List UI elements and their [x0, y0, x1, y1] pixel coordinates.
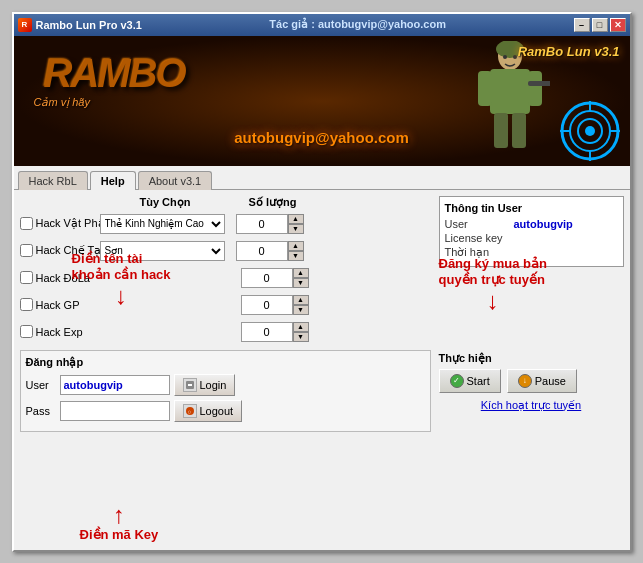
hack-row-exp: Hack Exp ▲ ▼	[20, 320, 431, 344]
login-pass-input[interactable]	[60, 401, 170, 421]
hack-che-tao-input[interactable]	[236, 241, 288, 261]
hack-exp-number: ▲ ▼	[241, 322, 311, 342]
user-info-user-label: User	[445, 218, 510, 230]
hack-dola-input[interactable]	[241, 268, 293, 288]
hack-row-dola: Hack ĐôLa ▲ ▼	[20, 266, 431, 290]
hack-che-tao-select[interactable]: Sơn	[100, 241, 225, 261]
svg-point-8	[513, 55, 517, 59]
spin-down-2[interactable]: ▼	[288, 251, 304, 261]
minimize-button[interactable]: –	[574, 18, 590, 32]
title-bar-left: R Rambo Lun Pro v3.1	[18, 18, 142, 32]
kich-hoat-link[interactable]: Kích hoạt trực tuyến	[481, 399, 581, 411]
login-title: Đăng nhập	[26, 356, 425, 369]
hack-vat-pham-select[interactable]: Thẻ Kinh Nghiệm Cao	[100, 214, 225, 234]
hack-gp-number: ▲ ▼	[241, 295, 311, 315]
version-logo: RamBo Lun v3.1	[518, 44, 620, 59]
login-user-row: User Login	[26, 374, 425, 396]
login-icon	[183, 378, 197, 392]
user-info-license-label: License key	[445, 232, 510, 244]
banner-subtitle: Cảm vị hãy	[34, 96, 90, 109]
user-info-user-value: autobugvip	[514, 218, 573, 230]
start-button[interactable]: ✓ Start	[439, 369, 501, 393]
spin-up[interactable]: ▲	[288, 214, 304, 224]
tab-help[interactable]: Help	[90, 171, 136, 190]
user-info-license-row: License key	[445, 232, 618, 244]
svg-rect-1	[490, 69, 530, 114]
hack-vat-pham-number: ▲ ▼	[236, 214, 306, 234]
hack-row-gp: Hack GP ▲ ▼	[20, 293, 431, 317]
hack-dola-spinner: ▲ ▼	[293, 268, 309, 288]
left-panel: Tùy Chọn Số lượng Hack Vật Phẩm Thẻ Kinh…	[20, 196, 431, 544]
pause-button[interactable]: ↓ Pause	[507, 369, 577, 393]
title-bar: R Rambo Lun Pro v3.1 Tác giả : autobugvi…	[14, 14, 630, 36]
app-icon: R	[18, 18, 32, 32]
login-button[interactable]: Login	[174, 374, 236, 396]
close-button[interactable]: ✕	[610, 18, 626, 32]
target-icon	[560, 101, 620, 161]
login-user-label: User	[26, 379, 56, 391]
hack-che-tao-select-container: Sơn	[100, 241, 230, 261]
svg-point-7	[503, 55, 507, 59]
hack-vat-pham-select-container: Thẻ Kinh Nghiệm Cao	[100, 214, 230, 234]
svg-rect-3	[528, 71, 542, 106]
annotation-dien-ma: ↑ Điền mã Key	[80, 503, 159, 542]
spin-up-5[interactable]: ▲	[293, 322, 309, 332]
login-pass-row: Pass ○ Logout	[26, 400, 425, 422]
hack-che-tao-spinner: ▲ ▼	[288, 241, 304, 261]
user-info-title: Thông tin User	[445, 202, 618, 214]
spin-down-5[interactable]: ▼	[293, 332, 309, 342]
svg-rect-5	[512, 113, 526, 148]
hack-vat-pham-checkbox[interactable]	[20, 217, 33, 230]
hack-exp-input[interactable]	[241, 322, 293, 342]
svg-rect-2	[478, 71, 492, 106]
hack-dola-checkbox[interactable]	[20, 271, 33, 284]
spin-down[interactable]: ▼	[288, 224, 304, 234]
pause-icon: ↓	[518, 374, 532, 388]
hack-vat-pham-label: Hack Vật Phẩm	[20, 217, 100, 230]
user-info-thoi-han-row: Thời hạn	[445, 246, 618, 259]
hack-gp-input[interactable]	[241, 295, 293, 315]
svg-point-13	[585, 126, 595, 136]
hack-gp-checkbox[interactable]	[20, 298, 33, 311]
tab-hack-rbl[interactable]: Hack RbL	[18, 171, 88, 190]
main-window: R Rambo Lun Pro v3.1 Tác giả : autobugvi…	[12, 12, 632, 552]
login-user-input[interactable]	[60, 375, 170, 395]
column-headers: Tùy Chọn Số lượng	[98, 196, 431, 209]
maximize-button[interactable]: □	[592, 18, 608, 32]
hack-row-vat-pham: Hack Vật Phẩm Thẻ Kinh Nghiệm Cao ▲ ▼	[20, 212, 431, 236]
thuc-hien-label: Thực hiện	[439, 352, 624, 365]
tab-about[interactable]: About v3.1	[138, 171, 213, 190]
spin-down-3[interactable]: ▼	[293, 278, 309, 288]
game-logo: RAMBO	[44, 51, 185, 96]
spin-up-3[interactable]: ▲	[293, 268, 309, 278]
hack-exp-checkbox[interactable]	[20, 325, 33, 338]
hack-exp-label: Hack Exp	[20, 325, 100, 338]
user-info-box: Thông tin User User autobugvip License k…	[439, 196, 624, 267]
login-section: Đăng nhập User Login Pass	[20, 350, 431, 432]
thuc-hien-section: Thực hiện ✓ Start ↓ Pause Kích hoạt trực…	[439, 352, 624, 412]
hack-row-che-tao: Hack Chế Tạo Sơn ▲ ▼	[20, 239, 431, 263]
hack-vat-pham-input[interactable]	[236, 214, 288, 234]
hack-che-tao-label: Hack Chế Tạo	[20, 244, 100, 257]
banner-email: autobugvip@yahoo.com	[234, 129, 409, 146]
spin-up-4[interactable]: ▲	[293, 295, 309, 305]
start-icon: ✓	[450, 374, 464, 388]
spin-up-2[interactable]: ▲	[288, 241, 304, 251]
window-title: Rambo Lun Pro v3.1	[36, 19, 142, 31]
svg-rect-19	[188, 384, 192, 386]
kich-hoat-container: Kích hoạt trực tuyến	[439, 399, 624, 412]
hack-che-tao-number: ▲ ▼	[236, 241, 306, 261]
svg-text:○: ○	[187, 408, 191, 414]
hack-dola-number: ▲ ▼	[241, 268, 311, 288]
col-so-luong-header: Số lượng	[233, 196, 313, 209]
hack-che-tao-checkbox[interactable]	[20, 244, 33, 257]
logout-button[interactable]: ○ Logout	[174, 400, 243, 422]
col-tuy-chon-header: Tùy Chọn	[98, 196, 233, 209]
author-label: Tác giả : autobugvip@yahoo.com	[142, 18, 574, 31]
hack-dola-label: Hack ĐôLa	[20, 271, 100, 284]
logout-icon: ○	[183, 404, 197, 418]
svg-rect-9	[528, 81, 550, 86]
tab-bar: Hack RbL Help About v3.1	[14, 166, 630, 190]
hack-vat-pham-spinner: ▲ ▼	[288, 214, 304, 234]
spin-down-4[interactable]: ▼	[293, 305, 309, 315]
